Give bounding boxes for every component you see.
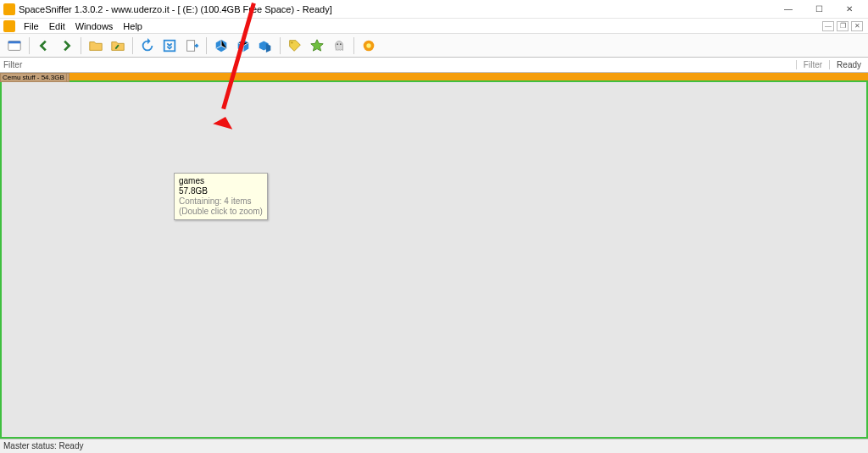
menu-edit[interactable]: Edit bbox=[44, 19, 70, 33]
worknc-header[interactable]: Work NC - bbox=[1, 81, 36, 82]
collapse-button[interactable] bbox=[160, 36, 179, 55]
star-button[interactable] bbox=[308, 36, 326, 55]
mdi-minimize-button[interactable]: — bbox=[822, 21, 834, 31]
minimize-button[interactable]: — bbox=[773, 1, 804, 18]
tooltip: games 57.8GB Containing: 4 items (Double… bbox=[174, 173, 268, 220]
maximize-button[interactable]: ☐ bbox=[804, 1, 834, 18]
view-cube1-button[interactable] bbox=[212, 36, 231, 55]
filter-input[interactable] bbox=[25, 59, 796, 71]
mdi-restore-button[interactable]: ❐ bbox=[837, 21, 849, 31]
svg-rect-1 bbox=[8, 41, 20, 43]
filter-label: Filter bbox=[0, 60, 25, 69]
zoom-out-button[interactable] bbox=[108, 36, 127, 55]
menu-help[interactable]: Help bbox=[118, 19, 147, 33]
close-button[interactable]: ✕ bbox=[834, 1, 865, 18]
pagefile-block[interactable]: pagefile.sys 9.7GB bbox=[1, 81, 3, 82]
cemu-games-header[interactable]: Games - 35.4GB bbox=[1, 81, 55, 82]
svg-point-4 bbox=[291, 41, 292, 43]
ghost-button[interactable] bbox=[330, 36, 348, 55]
menu-windows[interactable]: Windows bbox=[70, 19, 119, 33]
status-bar: Master status: Ready bbox=[0, 439, 868, 453]
root-header[interactable]: E:\ - 376.0GB bbox=[0, 73, 868, 80]
svg-point-6 bbox=[340, 43, 342, 45]
svg-point-8 bbox=[366, 43, 370, 47]
svg-point-5 bbox=[337, 43, 338, 45]
new-scan-button[interactable] bbox=[5, 36, 24, 55]
app-icon bbox=[3, 3, 15, 15]
folder-open-button[interactable] bbox=[86, 36, 105, 55]
cemu-header[interactable]: Cemu stuff - 54.3GB bbox=[1, 74, 66, 81]
export-button[interactable] bbox=[182, 36, 201, 55]
toolbar bbox=[0, 34, 868, 58]
window-title: SpaceSniffer 1.3.0.2 - www.uderzo.it - [… bbox=[19, 4, 773, 14]
treemap[interactable]: E:\ - 376.0GB other drive - 166.4GB NDS … bbox=[0, 73, 868, 439]
nav-forward-button[interactable] bbox=[57, 36, 75, 55]
tag-button[interactable] bbox=[286, 36, 304, 55]
nav-back-button[interactable] bbox=[35, 36, 53, 55]
svg-rect-3 bbox=[187, 40, 195, 51]
cemubak-header[interactable]: Cemu backup folder - 7 bbox=[1, 81, 67, 82]
settings-button[interactable] bbox=[359, 36, 378, 55]
menu-file[interactable]: File bbox=[19, 19, 44, 33]
mdi-close-button[interactable]: ✕ bbox=[851, 21, 863, 31]
filter-ready-label: Ready bbox=[829, 60, 868, 69]
refresh-button[interactable] bbox=[138, 36, 157, 55]
view-cube3-button[interactable] bbox=[256, 36, 275, 55]
app-icon bbox=[3, 20, 15, 32]
filter-button[interactable]: Filter bbox=[796, 60, 829, 69]
cemu1224-header[interactable]: cemu_1.22.4 - 11.3GB bbox=[1, 81, 67, 82]
